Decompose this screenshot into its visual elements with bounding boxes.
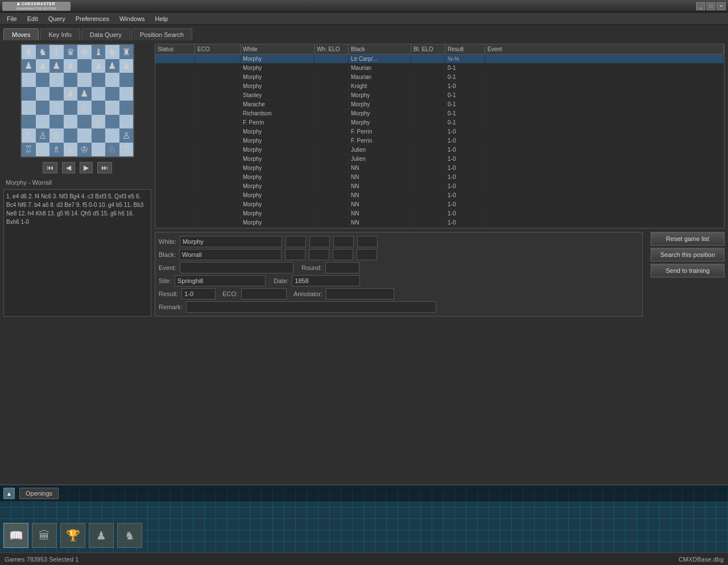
close-button[interactable]: × bbox=[717, 2, 726, 10]
game-row[interactable]: MorphyNN1-0 bbox=[155, 182, 724, 191]
chess-cell-1-7[interactable]: ♟ bbox=[119, 59, 134, 73]
chess-cell-2-0[interactable] bbox=[22, 73, 36, 87]
chess-cell-4-3[interactable] bbox=[64, 101, 78, 115]
game-row[interactable]: MorphyF. Perrin1-0 bbox=[155, 136, 724, 146]
chess-cell-0-1[interactable]: ♞ bbox=[36, 45, 50, 59]
chess-cell-2-7[interactable] bbox=[119, 73, 134, 87]
last-move-button[interactable]: ⏭ bbox=[97, 162, 112, 173]
col-header-whelo[interactable]: Wh. ELO bbox=[315, 44, 349, 54]
chess-cell-6-5[interactable] bbox=[92, 128, 106, 143]
next-move-button[interactable]: ▶ bbox=[80, 162, 93, 173]
chess-cell-4-7[interactable] bbox=[119, 101, 134, 115]
col-header-event[interactable]: Event bbox=[485, 44, 724, 54]
chess-cell-6-0[interactable]: ♙ bbox=[22, 128, 36, 143]
eco-input[interactable] bbox=[241, 288, 287, 300]
game-row[interactable]: MaracheMorphy0-1 bbox=[155, 100, 724, 109]
chess-cell-1-1[interactable]: ♟ bbox=[36, 59, 50, 73]
chess-cell-5-0[interactable] bbox=[22, 115, 36, 129]
chess-cell-2-5[interactable] bbox=[92, 73, 106, 87]
game-row[interactable]: F. PerrinMorphy0-1 bbox=[155, 118, 724, 127]
game-row[interactable]: MorphyMaurian0-1 bbox=[155, 64, 724, 73]
knight-icon-button[interactable]: ♞ bbox=[117, 523, 142, 548]
chess-cell-4-2[interactable]: ♗ bbox=[49, 101, 64, 115]
tab-moves[interactable]: Moves bbox=[3, 28, 39, 40]
white-input[interactable] bbox=[180, 236, 282, 247]
chess-cell-3-6[interactable] bbox=[105, 87, 119, 101]
chess-cell-5-5[interactable]: ♙ bbox=[92, 115, 106, 129]
chess-cell-7-3[interactable]: ♕ bbox=[64, 143, 78, 157]
chess-cell-2-4[interactable] bbox=[77, 73, 92, 87]
white-extra3[interactable] bbox=[333, 236, 354, 247]
window-controls[interactable]: _ □ × bbox=[696, 2, 726, 10]
game-row[interactable]: MorphyNN1-0 bbox=[155, 173, 724, 182]
chess-cell-6-7[interactable]: ♙ bbox=[119, 128, 134, 143]
chess-cell-2-1[interactable] bbox=[36, 73, 50, 87]
chess-cell-3-4[interactable]: ♟ bbox=[77, 87, 92, 101]
chess-cell-7-7[interactable]: ♖ bbox=[119, 143, 134, 157]
book-icon-button[interactable]: 📖 bbox=[3, 523, 28, 548]
trophy-icon-button[interactable]: 🏆 bbox=[60, 523, 85, 548]
chess-cell-4-0[interactable] bbox=[22, 101, 36, 115]
menu-query[interactable]: Query bbox=[44, 14, 70, 23]
building-icon-button[interactable]: 🏛 bbox=[32, 523, 57, 548]
chess-cell-1-6[interactable]: ♟ bbox=[105, 59, 119, 73]
event-input[interactable] bbox=[180, 262, 293, 273]
chess-cell-0-5[interactable]: ♝ bbox=[92, 45, 106, 59]
chess-cell-5-7[interactable] bbox=[119, 115, 134, 129]
prev-move-button[interactable]: ◀ bbox=[62, 162, 75, 173]
send-to-training-button[interactable]: Send to training bbox=[651, 264, 725, 277]
chess-cell-6-2[interactable]: ♙ bbox=[49, 128, 64, 143]
col-header-blelo[interactable]: Bl. ELO bbox=[411, 44, 445, 54]
col-header-black[interactable]: Black bbox=[349, 44, 411, 54]
tab-key-info[interactable]: Key Info bbox=[40, 28, 80, 40]
game-row[interactable]: MorphyKnight1-0 bbox=[155, 82, 724, 91]
chess-cell-6-1[interactable]: ♙ bbox=[36, 128, 50, 143]
reset-game-list-button[interactable]: Reset game list bbox=[651, 232, 725, 246]
round-input[interactable] bbox=[325, 262, 359, 273]
menu-windows[interactable]: Windows bbox=[115, 14, 150, 23]
game-row[interactable]: MorphyNN1-0 bbox=[155, 209, 724, 218]
chess-cell-2-3[interactable] bbox=[64, 73, 78, 87]
site-input[interactable] bbox=[175, 275, 266, 286]
search-position-button[interactable]: Search this position bbox=[651, 248, 725, 261]
chess-cell-1-0[interactable]: ♟ bbox=[22, 59, 36, 73]
menu-file[interactable]: File bbox=[2, 14, 22, 23]
black-extra1[interactable] bbox=[285, 249, 305, 260]
menu-preferences[interactable]: Preferences bbox=[71, 14, 114, 23]
chess-cell-4-4[interactable]: ♙ bbox=[77, 101, 92, 115]
chess-cell-1-3[interactable]: ♟ bbox=[64, 59, 78, 73]
chess-cell-6-3[interactable] bbox=[64, 128, 78, 143]
chess-cell-0-2[interactable]: ♝ bbox=[49, 45, 64, 59]
chess-cell-1-2[interactable]: ♟ bbox=[49, 59, 64, 73]
chess-cell-5-3[interactable] bbox=[64, 115, 78, 129]
col-header-status[interactable]: Status bbox=[155, 44, 195, 54]
black-extra2[interactable] bbox=[309, 249, 329, 260]
chess-cell-4-1[interactable] bbox=[36, 101, 50, 115]
chess-cell-4-6[interactable] bbox=[105, 101, 119, 115]
game-row[interactable]: MorphyNN1-0 bbox=[155, 164, 724, 173]
game-row[interactable]: RichardsonMorphy0-1 bbox=[155, 109, 724, 118]
col-header-result[interactable]: Result bbox=[445, 44, 485, 54]
chess-cell-0-7[interactable]: ♜ bbox=[119, 45, 134, 59]
chess-cell-6-4[interactable] bbox=[77, 128, 92, 143]
first-move-button[interactable]: ⏮ bbox=[43, 162, 57, 173]
col-header-white[interactable]: White bbox=[241, 44, 315, 54]
game-row[interactable]: MorphyJulien1-0 bbox=[155, 155, 724, 164]
black-extra4[interactable] bbox=[357, 249, 377, 260]
chess-cell-5-2[interactable] bbox=[49, 115, 64, 129]
maximize-button[interactable]: □ bbox=[706, 2, 715, 10]
chess-cell-1-4[interactable] bbox=[77, 59, 92, 73]
annotator-input[interactable] bbox=[326, 288, 394, 300]
minimize-button[interactable]: _ bbox=[696, 2, 705, 10]
chess-cell-7-6[interactable]: ♘ bbox=[105, 143, 119, 157]
remark-input[interactable] bbox=[186, 301, 436, 313]
chess-cell-0-4[interactable]: ♚ bbox=[77, 45, 92, 59]
game-row[interactable]: MorphyMaurian1-0 bbox=[155, 227, 724, 228]
game-row[interactable]: MorphyNN1-0 bbox=[155, 191, 724, 200]
chess-cell-4-5[interactable] bbox=[92, 101, 106, 115]
chess-cell-0-6[interactable]: ♞ bbox=[105, 45, 119, 59]
expand-button[interactable]: ▲ bbox=[3, 488, 15, 499]
game-row[interactable]: MorphyF. Perrin1-0 bbox=[155, 127, 724, 136]
game-row[interactable]: MorphyNN1-0 bbox=[155, 218, 724, 227]
chess-cell-3-1[interactable] bbox=[36, 87, 50, 101]
